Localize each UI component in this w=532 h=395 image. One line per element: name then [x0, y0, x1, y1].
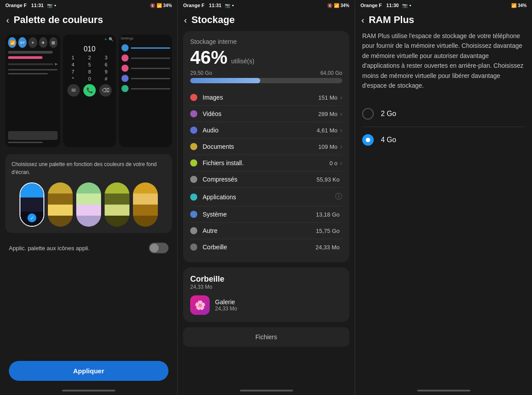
- size-videos: 289 Mo: [318, 111, 337, 117]
- qs-icon-5: ⊞: [49, 37, 58, 48]
- apply-button[interactable]: Appliquer: [9, 361, 168, 381]
- stockage-scroll: Stockage interne 46% utilisé(s) 29,50 Go…: [178, 31, 355, 390]
- time-2: 11:31: [209, 3, 221, 8]
- wifi-icon-3: 📶: [511, 3, 516, 8]
- swatch-blue[interactable]: ✓: [20, 182, 44, 227]
- ram-content: RAM Plus utilise l'espace de stockage de…: [355, 31, 532, 390]
- label-other: Autre: [203, 227, 316, 234]
- dot-images: [190, 94, 197, 101]
- battery-3: 34%: [518, 3, 527, 8]
- dial-0[interactable]: 0: [82, 76, 97, 81]
- swatch-olive-seg2: [105, 194, 129, 205]
- phone-mock-dial: +🔍 010 1 2 3 4 5 6 7 8 9 * 0: [63, 35, 116, 147]
- swatch-gold-seg1: [133, 182, 158, 194]
- dial-7[interactable]: 7: [66, 69, 80, 74]
- info-icon-apps[interactable]: ⓘ: [335, 192, 342, 201]
- spacer-1: [0, 259, 177, 356]
- dial-5[interactable]: 5: [82, 62, 97, 67]
- back-button-2[interactable]: ‹: [184, 15, 187, 25]
- swatch-olive[interactable]: [105, 182, 129, 227]
- radio-label-4go: 4 Go: [381, 136, 396, 144]
- gallery-info: Galerie 24,33 Mo: [215, 298, 237, 312]
- dial-call-btn[interactable]: 📞: [83, 84, 96, 97]
- corbeille-title: Corbeille: [190, 275, 342, 284]
- carrier-1: Orange F: [5, 3, 27, 8]
- swatch-yellow-seg1: [48, 182, 73, 194]
- swatch-yellow-seg3: [48, 205, 73, 216]
- dial-1[interactable]: 1: [66, 55, 80, 60]
- storage-section-title: Stockage interne: [190, 38, 342, 45]
- mock-bar-3: [8, 69, 58, 70]
- dial-mock: 010 1 2 3 4 5 6 7 8 9 * 0 #: [66, 43, 113, 97]
- gallery-name: Galerie: [215, 298, 237, 306]
- dot-trash: [190, 244, 197, 251]
- photo-icon-1: 📷: [47, 3, 52, 8]
- storage-item-install[interactable]: Fichiers install. 0 o ›: [190, 155, 342, 171]
- storage-item-images[interactable]: Images 151 Mo ›: [190, 89, 342, 106]
- dial-6[interactable]: 6: [99, 62, 113, 67]
- dial-star[interactable]: *: [66, 76, 80, 81]
- swatch-yellow[interactable]: [48, 182, 73, 227]
- storage-item-docs[interactable]: Documents 109 Mo ›: [190, 139, 342, 155]
- status-bar-3: Orange F 11:30 📷 • 📶 34%: [355, 0, 532, 11]
- settings-label: Settings: [121, 36, 170, 40]
- swatch-gold-seg3: [133, 205, 158, 216]
- gallery-emoji: 🌸: [195, 300, 206, 310]
- storage-item-videos[interactable]: Vidéos 289 Mo ›: [190, 106, 342, 122]
- corbeille-size: 24,33 Mo: [190, 284, 342, 290]
- dot-apps: [190, 194, 197, 201]
- swatch-green[interactable]: [76, 182, 101, 227]
- corbeille-card: Corbeille 24,33 Mo 🌸 Galerie 24,33 Mo: [183, 267, 349, 322]
- page-title-2: Stockage: [192, 14, 235, 26]
- wifi-icon-2: 📶: [334, 3, 339, 8]
- storage-item-apps[interactable]: Applications ⓘ: [190, 188, 342, 206]
- storage-used-label: utilisé(s): [231, 58, 254, 68]
- qs-icon-4: ✈: [39, 37, 47, 48]
- back-button-1[interactable]: ‹: [6, 15, 9, 25]
- dial-3[interactable]: 3: [99, 55, 113, 60]
- storage-item-audio[interactable]: Audio 4,61 Mo ›: [190, 122, 342, 139]
- header-ram: ‹ RAM Plus: [355, 11, 532, 31]
- label-compressed: Compressés: [203, 176, 317, 183]
- bottom-indicator-3: [417, 390, 470, 391]
- dial-8[interactable]: 8: [82, 69, 97, 74]
- palette-toggle[interactable]: [149, 243, 168, 253]
- dial-msg-btn[interactable]: ✉: [67, 84, 80, 97]
- swatch-gold[interactable]: [133, 182, 158, 227]
- dial-hash[interactable]: #: [99, 76, 113, 81]
- wifi-icon-1: 📶: [156, 3, 162, 8]
- chevron-videos: ›: [340, 110, 342, 117]
- dial-4[interactable]: 4: [66, 62, 80, 67]
- mute-icon-2: 🔇: [327, 3, 332, 8]
- icon-palette-setting: Applic. palette aux icônes appli.: [0, 236, 177, 259]
- fichiers-button[interactable]: Fichiers: [183, 327, 349, 347]
- ram-option-4go[interactable]: 4 Go: [362, 127, 525, 153]
- chevron-install: ›: [340, 159, 342, 167]
- setting-label: Applic. palette aux icônes appli.: [9, 245, 90, 252]
- storage-percent-row: 46% utilisé(s): [190, 47, 342, 68]
- size-trash: 24,33 Mo: [316, 244, 340, 251]
- storage-item-other: Autre 15,75 Go: [190, 223, 342, 239]
- size-audio: 4,61 Mo: [317, 127, 337, 134]
- panel-ram: Orange F 11:30 📷 • 📶 34% ‹ RAM Plus RAM …: [355, 0, 532, 395]
- carrier-3: Orange F: [360, 3, 382, 8]
- status-bar-2: Orange F 11:31 📷 • 🔇 📶 34%: [178, 0, 355, 11]
- storage-percent: 46%: [190, 47, 227, 68]
- dial-2[interactable]: 2: [82, 55, 97, 60]
- info-box: Choisissez une palette en fonction des c…: [5, 154, 172, 233]
- back-button-3[interactable]: ‹: [361, 15, 364, 25]
- ram-options: 2 Go 4 Go: [362, 101, 525, 153]
- ram-option-2go[interactable]: 2 Go: [362, 101, 525, 127]
- mock-switch: [8, 131, 58, 140]
- swatch-green-seg2: [76, 194, 101, 205]
- swatch-check: ✓: [27, 213, 36, 222]
- label-audio: Audio: [203, 127, 317, 134]
- time-3: 11:30: [386, 3, 399, 8]
- dial-back-btn[interactable]: ⌫: [99, 84, 112, 97]
- progress-bar-bg: [190, 78, 342, 83]
- color-dots: [121, 42, 170, 94]
- progress-bar-fill: [190, 78, 260, 83]
- panel-palette: Orange F 11:31 📷 • 🔇 📶 34% ‹ Palette de …: [0, 0, 177, 395]
- dial-9[interactable]: 9: [99, 69, 113, 74]
- radio-circle-4go: [362, 134, 374, 146]
